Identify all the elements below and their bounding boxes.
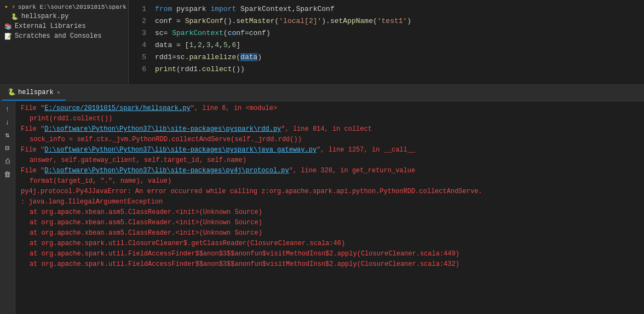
file-link-4[interactable]: D:\software\Python\Python37\lib\site-pac…	[44, 167, 289, 175]
file-link-3[interactable]: D:\software\Python\Python37\lib\site-pac…	[44, 146, 317, 154]
output-line-2: print(rdd1.collect())	[21, 114, 639, 124]
run-panel-sidebar: ↑ ↓ ⇅ ⊟ ⎙ 🗑	[0, 101, 15, 314]
run-output: File "E:/source/20191015/spark/hellspark…	[15, 101, 644, 314]
file-link-2[interactable]: D:\software\Python\Python37\lib\site-pac…	[44, 125, 281, 133]
run-panel-tabs: 🐍 hellspark ✕	[0, 85, 644, 101]
spark-icon: ▾ ⚡	[4, 3, 15, 10]
project-label: spark E:\source\20191015\spark	[18, 4, 127, 10]
output-line-15: at org.apache.spark.util.FieldAccessFind…	[21, 249, 639, 259]
tab-label: hellspark	[18, 89, 54, 96]
sidebar-item-hellspark[interactable]: 🐍 hellspark.py	[0, 11, 128, 21]
sidebar-item-scratches[interactable]: 📝 Scratches and Consoles	[0, 31, 128, 41]
sort-button[interactable]: ⇅	[2, 130, 13, 141]
code-editor: 1 2 3 4 5 6 from pyspark import SparkCon…	[129, 0, 644, 84]
tab-close-button[interactable]: ✕	[57, 89, 60, 96]
line-numbers: 1 2 3 4 5 6	[129, 0, 151, 84]
top-area: ▾ ⚡ spark E:\source\20191015\spark 🐍 hel…	[0, 0, 644, 85]
print-button[interactable]: ⎙	[2, 156, 13, 167]
output-line-9: py4j.protocol.Py4JJavaError: An error oc…	[21, 187, 639, 197]
scratches-icon: 📝	[4, 33, 12, 40]
run-tab-hellspark[interactable]: 🐍 hellspark ✕	[2, 85, 66, 101]
scroll-down-button[interactable]: ↓	[2, 117, 13, 127]
output-line-8: format(target_id, ".", name), value)	[21, 176, 639, 187]
output-line-10: : java.lang.IllegalArgumentException	[21, 197, 639, 207]
scroll-up-button[interactable]: ↑	[2, 103, 13, 114]
external-libraries-label: External Libraries	[15, 22, 86, 30]
sidebar-item-project[interactable]: ▾ ⚡ spark E:\source\20191015\spark	[0, 2, 128, 11]
output-line-4: sock_info = self.ctx._jvm.PythonRDD.coll…	[21, 135, 639, 145]
filter-button[interactable]: ⊟	[2, 143, 13, 154]
output-line-13: at org.apache.xbean.asm5.ClassReader.<in…	[21, 228, 639, 239]
output-line-7: File "D:\software\Python\Python37\lib\si…	[21, 166, 639, 176]
py-file-icon: 🐍	[11, 13, 19, 20]
code-content[interactable]: from pyspark import SparkContext,SparkCo…	[151, 0, 644, 84]
clear-button[interactable]: 🗑	[2, 169, 13, 180]
output-line-11: at org.apache.xbean.asm5.ClassReader.<in…	[21, 207, 639, 218]
file-link-1[interactable]: E:/source/20191015/spark/hellspark.py	[44, 104, 190, 112]
output-line-6: answer, self.gateway_client, self.target…	[21, 155, 639, 166]
sidebar-item-external-libraries[interactable]: 📚 External Libraries	[0, 21, 128, 31]
output-line-5: File "D:\software\Python\Python37\lib\si…	[21, 145, 639, 155]
tab-icon: 🐍	[8, 88, 16, 96]
file-label: hellspark.py	[21, 13, 68, 20]
sidebar: ▾ ⚡ spark E:\source\20191015\spark 🐍 hel…	[0, 0, 129, 84]
scratches-label: Scratches and Consoles	[15, 32, 101, 40]
external-libraries-icon: 📚	[4, 23, 12, 30]
output-line-3: File "D:\software\Python\Python37\lib\si…	[21, 124, 639, 135]
output-line-12: at org.apache.xbean.asm5.ClassReader.<in…	[21, 218, 639, 228]
output-line-1: File "E:/source/20191015/spark/hellspark…	[21, 103, 639, 114]
run-panel-body: ↑ ↓ ⇅ ⊟ ⎙ 🗑 File "E:/source/20191015/spa…	[0, 101, 644, 314]
run-panel: 🐍 hellspark ✕ ↑ ↓ ⇅ ⊟ ⎙ 🗑 File "E:/sourc…	[0, 85, 644, 314]
output-line-16: at org.apache.spark.util.FieldAccessFind…	[21, 259, 639, 270]
output-line-14: at org.apache.spark.util.ClosureCleaner$…	[21, 239, 639, 249]
